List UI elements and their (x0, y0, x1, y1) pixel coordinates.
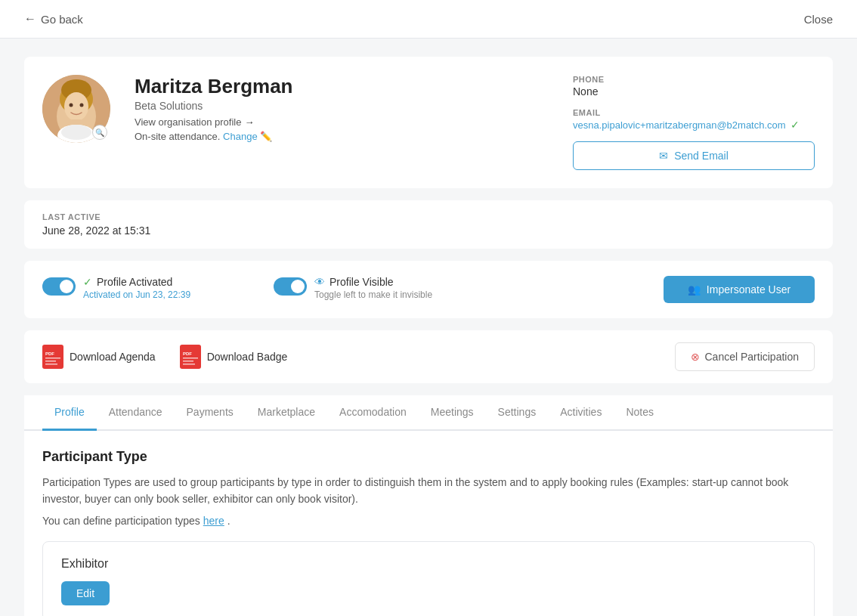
svg-point-4 (64, 92, 88, 121)
profile-activated-sub: Activated on Jun 23, 22:39 (83, 289, 237, 300)
last-active-label: LAST ACTIVE (42, 212, 815, 221)
svg-text:PDF: PDF (45, 351, 54, 356)
tab-marketplace[interactable]: Marketplace (246, 395, 327, 431)
main-content: 🔍 Maritza Bergman Beta Solutions View or… (0, 39, 857, 616)
profile-activated-info: ✓ Profile Activated Activated on Jun 23,… (83, 276, 237, 300)
avatar-wrapper: 🔍 (42, 75, 110, 143)
tab-payments[interactable]: Payments (175, 395, 246, 431)
profile-visible-switch[interactable] (274, 277, 307, 296)
svg-rect-19 (183, 364, 195, 365)
profile-visible-sub: Toggle left to make it invisible (314, 289, 469, 300)
profile-name: Maritza Bergman (135, 75, 549, 98)
check-icon: ✓ (83, 276, 92, 288)
here-link[interactable]: here (203, 515, 224, 527)
tab-notes[interactable]: Notes (614, 395, 666, 431)
participant-type-card: Exhibitor Edit (42, 541, 815, 616)
svg-rect-13 (45, 361, 56, 362)
profile-visible-title: 👁 Profile Visible (314, 276, 469, 288)
tabs-bar: Profile Attendance Payments Marketplace … (24, 395, 833, 431)
eye-icon: 👁 (314, 276, 325, 288)
download-badge-label: Download Badge (207, 351, 288, 363)
pdf-icon-agenda: PDF (42, 345, 63, 369)
svg-text:PDF: PDF (183, 351, 192, 356)
profile-info: Maritza Bergman Beta Solutions View orga… (135, 75, 549, 142)
tabs-section: Profile Attendance Payments Marketplace … (24, 395, 833, 616)
profile-activated-switch[interactable] (42, 277, 76, 296)
verified-icon: ✓ (790, 119, 800, 131)
last-active-date: June 28, 2022 at 15:31 (42, 224, 815, 237)
download-agenda-label: Download Agenda (70, 351, 156, 363)
avatar-search-icon[interactable]: 🔍 (92, 125, 107, 140)
svg-rect-17 (183, 358, 198, 359)
contact-section: PHONE None EMAIL vesna.pipalovic+maritza… (573, 75, 815, 170)
email-value[interactable]: vesna.pipalovic+maritzabergman@b2match.c… (573, 119, 786, 131)
action-links: PDF Download Agenda PDF Download Badge (42, 345, 287, 369)
toggles-section: ✓ Profile Activated Activated on Jun 23,… (24, 261, 833, 318)
attendance-info: On-site attendance. Change ✏️ (135, 131, 549, 142)
link-arrow-icon: → (244, 116, 254, 128)
tab-accomodation[interactable]: Accomodation (327, 395, 419, 431)
profile-visible-toggle-group: 👁 Profile Visible Toggle left to make it… (274, 276, 469, 300)
back-arrow-icon: ← (24, 12, 36, 26)
tab-content-profile: Participant Type Participation Types are… (24, 431, 833, 616)
participant-type-desc2: You can define participation types here … (42, 512, 815, 529)
go-back-label: Go back (41, 13, 83, 26)
profile-visible-info: 👁 Profile Visible Toggle left to make it… (314, 276, 469, 300)
send-email-button[interactable]: ✉ Send Email (573, 141, 815, 170)
change-attendance-link[interactable]: Change (223, 131, 258, 142)
tab-attendance[interactable]: Attendance (97, 395, 175, 431)
go-back-button[interactable]: ← Go back (24, 12, 83, 26)
phone-label: PHONE (573, 75, 815, 84)
type-name: Exhibitor (61, 557, 796, 571)
tab-meetings[interactable]: Meetings (419, 395, 486, 431)
email-label: EMAIL (573, 108, 815, 117)
tab-profile[interactable]: Profile (42, 395, 97, 431)
svg-rect-18 (183, 361, 193, 362)
participant-type-desc1: Participation Types are used to group pa… (42, 474, 815, 508)
profile-section: 🔍 Maritza Bergman Beta Solutions View or… (24, 57, 833, 188)
download-agenda-link[interactable]: PDF Download Agenda (42, 345, 156, 369)
svg-rect-15 (180, 345, 201, 369)
cancel-participation-button[interactable]: ⊗ Cancel Participation (675, 342, 815, 371)
download-badge-link[interactable]: PDF Download Badge (180, 345, 288, 369)
profile-organization: Beta Solutions (135, 100, 549, 112)
pencil-icon[interactable]: ✏️ (260, 131, 272, 142)
svg-rect-14 (45, 364, 57, 365)
view-org-link[interactable]: View organisation profile → (135, 116, 549, 128)
email-envelope-icon: ✉ (659, 150, 668, 162)
actions-section: PDF Download Agenda PDF Download Badge (24, 330, 833, 383)
svg-point-6 (80, 104, 84, 107)
close-button[interactable]: Close (804, 13, 833, 26)
svg-point-5 (70, 104, 73, 107)
pdf-icon-badge: PDF (180, 345, 201, 369)
users-icon: 👥 (688, 283, 701, 296)
svg-point-9 (61, 125, 91, 140)
top-bar: ← Go back Close (0, 0, 857, 39)
participant-type-title: Participant Type (42, 449, 815, 465)
profile-activated-toggle-group: ✓ Profile Activated Activated on Jun 23,… (42, 276, 237, 300)
tab-settings[interactable]: Settings (486, 395, 549, 431)
phone-value: None (573, 85, 815, 98)
impersonate-user-button[interactable]: 👥 Impersonate User (664, 276, 815, 303)
edit-type-button[interactable]: Edit (61, 581, 110, 605)
email-row: vesna.pipalovic+maritzabergman@b2match.c… (573, 119, 815, 131)
svg-rect-10 (42, 345, 63, 369)
tab-activities[interactable]: Activities (548, 395, 614, 431)
profile-activated-title: ✓ Profile Activated (83, 276, 237, 288)
last-active-section: LAST ACTIVE June 28, 2022 at 15:31 (24, 200, 833, 249)
svg-rect-12 (45, 358, 60, 359)
cancel-icon: ⊗ (691, 351, 700, 363)
